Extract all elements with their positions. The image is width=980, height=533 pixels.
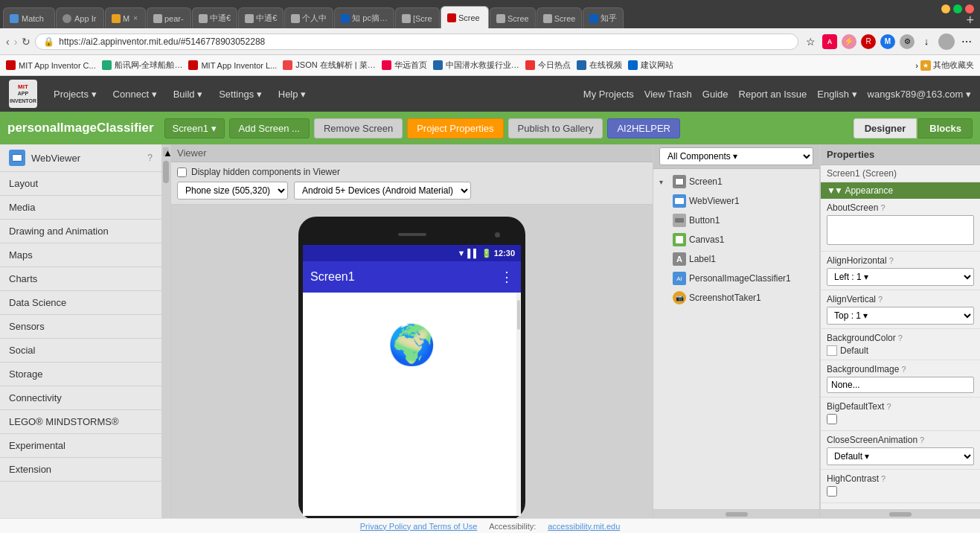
- win-maximize[interactable]: [953, 4, 962, 13]
- ext-icon-2[interactable]: ⚡: [842, 34, 856, 49]
- view-trash-link[interactable]: View Trash: [644, 89, 692, 100]
- prop-section-appearance[interactable]: ▼ ▼ Appearance: [821, 182, 980, 199]
- add-screen-btn[interactable]: Add Screen ...: [229, 118, 310, 138]
- alignhorizontal-select[interactable]: Left : 1 ▾: [827, 268, 974, 286]
- bookmark-mit-2[interactable]: MIT App Inventor L...: [188, 60, 277, 70]
- tab-pear[interactable]: pear-: [147, 7, 191, 28]
- palette-datascience[interactable]: Data Science: [0, 291, 161, 315]
- palette-webviewer[interactable]: WebViewer ?: [0, 144, 161, 172]
- nav-help[interactable]: Help ▾: [271, 84, 313, 104]
- url-bar[interactable]: 🔒 https://ai2.appinventor.mit.edu/#51467…: [35, 33, 798, 50]
- forward-btn[interactable]: ›: [14, 36, 18, 48]
- phone-size-select[interactable]: Phone size (505,320): [177, 182, 288, 200]
- palette-layout[interactable]: Layout: [0, 172, 161, 196]
- palette-drawing[interactable]: Drawing and Animation: [0, 220, 161, 243]
- display-hidden-checkbox[interactable]: [177, 167, 187, 177]
- tree-webviewer1[interactable]: WebViewer1: [656, 191, 816, 211]
- screen-dropdown-btn[interactable]: Screen1 ▾: [164, 118, 225, 138]
- nav-connect[interactable]: Connect ▾: [106, 84, 164, 104]
- nav-projects[interactable]: Projects ▾: [46, 84, 104, 104]
- ext-icon-1[interactable]: A: [822, 34, 837, 49]
- palette-sensors[interactable]: Sensors: [0, 315, 161, 339]
- guide-link[interactable]: Guide: [702, 89, 728, 100]
- palette-connectivity[interactable]: Connectivity: [0, 386, 161, 410]
- palette-charts[interactable]: Charts: [0, 267, 161, 291]
- tab-app-inventor[interactable]: App Ir: [56, 7, 104, 28]
- bgcolor-box[interactable]: [827, 345, 837, 356]
- star-icon[interactable]: ☆: [803, 34, 818, 49]
- bookmark-mit-1[interactable]: MIT App Inventor C...: [6, 60, 96, 70]
- bookmark-huayuan[interactable]: 华远首页: [382, 60, 427, 71]
- designer-btn[interactable]: Designer: [854, 118, 917, 138]
- report-issue-link[interactable]: Report an Issue: [739, 89, 807, 100]
- bookmarks-more[interactable]: › ★ 其他收藏夹: [915, 60, 974, 71]
- aboutscreen-input[interactable]: [827, 215, 974, 245]
- highcontrast-help[interactable]: ?: [881, 474, 885, 483]
- bgimage-input[interactable]: [827, 377, 974, 393]
- bookmark-suggest[interactable]: 建议网站: [628, 60, 673, 71]
- tab-zhihu-pc[interactable]: 知 pc摘…: [334, 7, 394, 28]
- tab-scre1[interactable]: [Scre: [395, 7, 440, 28]
- ext-icon-4[interactable]: M: [880, 34, 895, 49]
- tab-match[interactable]: Match: [3, 7, 55, 28]
- highcontrast-checkbox[interactable]: [827, 486, 837, 497]
- bgcolor-help[interactable]: ?: [898, 333, 903, 342]
- nav-settings[interactable]: Settings ▾: [211, 84, 269, 104]
- closeanim-select[interactable]: Default ▾: [827, 447, 974, 465]
- new-tab-btn[interactable]: +: [966, 13, 974, 28]
- privacy-policy-link[interactable]: Privacy Policy and Terms of Use: [360, 522, 478, 531]
- tree-button1[interactable]: Button1: [656, 211, 816, 230]
- palette-maps[interactable]: Maps: [0, 243, 161, 267]
- palette-lego[interactable]: LEGO® MINDSTORMS®: [0, 410, 161, 434]
- tab-scre-active[interactable]: Scree: [441, 6, 489, 28]
- language-link[interactable]: English ▾: [817, 89, 856, 100]
- accessibility-link[interactable]: accessibility.mit.edu: [548, 522, 620, 531]
- ext-icon-3[interactable]: R: [861, 34, 876, 49]
- android-version-select[interactable]: Android 5+ Devices (Android Material): [294, 182, 471, 200]
- project-properties-btn[interactable]: Project Properties: [407, 118, 503, 138]
- tab-zhong2[interactable]: 中通€: [238, 7, 284, 28]
- alignh-help[interactable]: ?: [889, 256, 894, 265]
- more-menu-btn[interactable]: ⋯: [959, 34, 974, 49]
- bgimage-help[interactable]: ?: [901, 365, 906, 374]
- back-btn[interactable]: ‹: [6, 36, 10, 48]
- palette-storage[interactable]: Storage: [0, 363, 161, 386]
- tree-canvas1[interactable]: Canvas1: [656, 230, 816, 249]
- user-avatar[interactable]: [938, 33, 955, 50]
- bookmark-json[interactable]: JSON 在线解析 | 菜…: [283, 60, 375, 71]
- bigdefaulttext-checkbox[interactable]: [827, 414, 837, 424]
- closeanim-help[interactable]: ?: [920, 435, 924, 444]
- webviewer-help[interactable]: ?: [147, 153, 153, 163]
- tab-m-close[interactable]: ×: [133, 14, 138, 22]
- tab-scre2[interactable]: Scree: [490, 7, 536, 28]
- win-minimize[interactable]: [941, 4, 950, 13]
- alignvertical-select[interactable]: Top : 1 ▾: [827, 307, 974, 325]
- ai2helper-btn[interactable]: AI2HELPER: [607, 118, 680, 138]
- my-projects-link[interactable]: My Projects: [583, 89, 634, 100]
- tab-zhihu[interactable]: 知乎: [583, 7, 624, 28]
- tree-screenshot1[interactable]: 📷 ScreenshotTaker1: [656, 288, 816, 307]
- bookmark-hot[interactable]: 今日热点: [525, 60, 571, 71]
- palette-experimental[interactable]: Experimental: [0, 434, 161, 458]
- bookmark-dive[interactable]: 中国潜水救援行业…: [433, 60, 519, 71]
- download-icon[interactable]: ↓: [919, 34, 934, 49]
- blocks-btn[interactable]: Blocks: [918, 118, 973, 138]
- tab-m[interactable]: M ×: [105, 7, 146, 28]
- ext-icon-5[interactable]: ⚙: [900, 34, 915, 49]
- bookmark-video[interactable]: 在线视频: [577, 60, 622, 71]
- palette-media[interactable]: Media: [0, 196, 161, 220]
- reload-btn[interactable]: ↻: [22, 36, 31, 48]
- publish-gallery-btn[interactable]: Publish to Gallery: [508, 118, 603, 138]
- tab-geren[interactable]: 个人中: [284, 7, 333, 28]
- nav-build[interactable]: Build ▾: [166, 84, 211, 104]
- bigtext-help[interactable]: ?: [886, 402, 891, 411]
- tab-zhong1[interactable]: 中通€: [192, 7, 237, 28]
- bookmark-chuanxun[interactable]: 船讯网-全球船舶…: [102, 60, 183, 71]
- remove-screen-btn[interactable]: Remove Screen: [314, 118, 403, 138]
- palette-social[interactable]: Social: [0, 339, 161, 363]
- all-components-dropdown[interactable]: All Components ▾: [659, 147, 813, 165]
- tree-pic1[interactable]: AI PersonalImageClassifier1: [656, 269, 816, 288]
- tab-scre3[interactable]: Scree: [537, 7, 583, 28]
- tree-label1[interactable]: A Label1: [656, 249, 816, 269]
- alignv-help[interactable]: ?: [878, 295, 883, 304]
